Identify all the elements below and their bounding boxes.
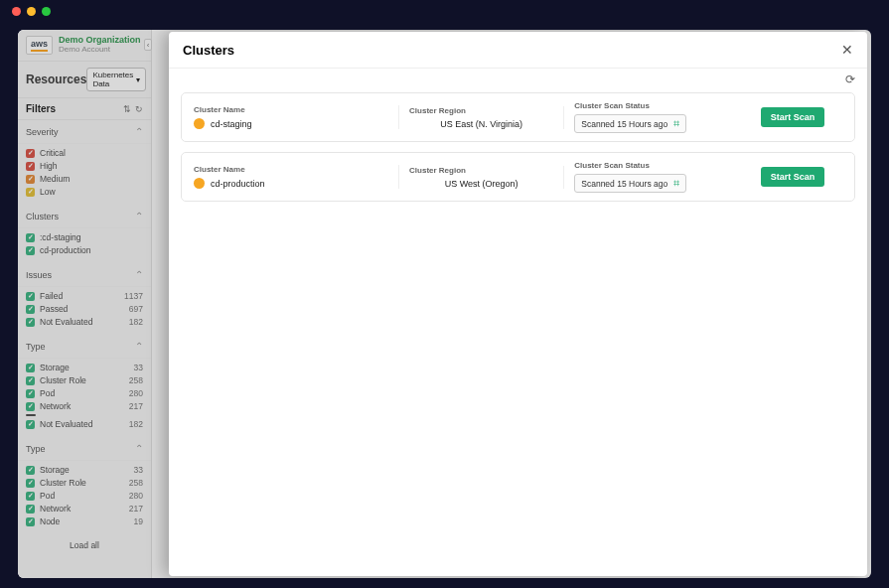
refresh-icon[interactable]: ⟳ <box>845 73 855 86</box>
cluster-name: cd-production <box>211 179 265 189</box>
mac-titlebar <box>0 0 889 22</box>
col-name-label: Cluster Name <box>194 105 388 114</box>
cluster-name: cd-staging <box>211 119 252 129</box>
cluster-status-icon <box>194 118 205 129</box>
col-region-label: Cluster Region <box>409 106 553 115</box>
start-scan-button[interactable]: Start Scan <box>761 107 825 127</box>
cluster-list: Cluster Name cd-staging Cluster Region U… <box>169 86 867 208</box>
mac-zoom-icon[interactable] <box>42 7 51 16</box>
scan-status-text: Scanned 15 Hours ago <box>581 179 667 189</box>
mac-close-icon[interactable] <box>12 7 21 16</box>
app-window: ‹ aws Demo Organization Demo Account Res… <box>18 30 871 578</box>
scan-status-text: Scanned 15 Hours ago <box>581 119 667 129</box>
cluster-region: US East (N. Virginia) <box>409 119 553 129</box>
scan-status-chip: Scanned 15 Hours ago ⌗ <box>574 114 686 133</box>
col-status-label: Cluster Scan Status <box>574 101 733 110</box>
scan-cube-icon: ⌗ <box>673 117 679 130</box>
cluster-row: Cluster Name cd-production Cluster Regio… <box>181 152 855 202</box>
scan-cube-icon: ⌗ <box>673 177 679 190</box>
close-icon[interactable]: ✕ <box>841 42 853 58</box>
clusters-modal: Clusters ✕ ⟳ Cluster Name cd-staging Clu… <box>169 32 867 576</box>
mac-minimize-icon[interactable] <box>27 7 36 16</box>
col-region-label: Cluster Region <box>409 166 553 175</box>
start-scan-button[interactable]: Start Scan <box>761 167 825 187</box>
scan-status-chip: Scanned 15 Hours ago ⌗ <box>574 174 686 193</box>
cluster-status-icon <box>194 178 205 189</box>
cluster-region: US West (Oregon) <box>409 179 553 189</box>
col-name-label: Cluster Name <box>194 165 388 174</box>
modal-title: Clusters <box>183 43 234 58</box>
col-status-label: Cluster Scan Status <box>574 161 733 170</box>
cluster-row: Cluster Name cd-staging Cluster Region U… <box>181 92 855 142</box>
